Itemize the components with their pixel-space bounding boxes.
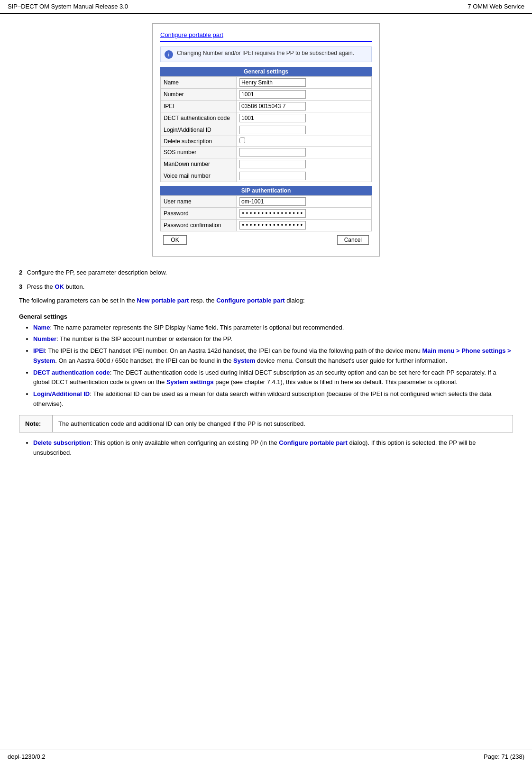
field-value-mandown bbox=[237, 158, 372, 170]
field-value-login-id bbox=[237, 124, 372, 136]
note-label: Note: bbox=[19, 415, 53, 432]
field-label-voicemail: Voice mail number bbox=[161, 170, 237, 182]
table-row: Login/Additional ID bbox=[161, 124, 372, 136]
number-label: Number bbox=[33, 335, 56, 342]
field-value-delete-sub bbox=[237, 136, 372, 147]
system-link: System bbox=[233, 357, 255, 364]
info-icon: i bbox=[165, 50, 173, 59]
sip-auth-table: User name Password Password confirmation bbox=[160, 195, 372, 231]
step-3-text-after: button. bbox=[64, 283, 84, 290]
field-label-username: User name bbox=[161, 196, 237, 208]
field-label-mandown: ManDown number bbox=[161, 158, 237, 170]
field-label-password: Password bbox=[161, 208, 237, 220]
header-left: SIP–DECT OM System Manual Release 3.0 bbox=[8, 3, 128, 10]
step-3-text-before: Press the bbox=[27, 283, 55, 290]
dialog-box: Configure portable part i Changing Numbe… bbox=[152, 23, 380, 257]
login-id-text: : The additional ID can be used as a mea… bbox=[33, 390, 492, 407]
dialog-title: Configure portable part bbox=[160, 31, 372, 42]
voicemail-number-input[interactable] bbox=[239, 172, 306, 180]
field-value-voicemail bbox=[237, 170, 372, 182]
sos-number-input[interactable] bbox=[239, 148, 306, 156]
field-value-number bbox=[237, 89, 372, 101]
field-label-delete-sub: Delete subscription bbox=[161, 136, 237, 147]
footer-left: depl-1230/0.2 bbox=[8, 753, 46, 760]
delete-subscription-checkbox[interactable] bbox=[239, 138, 245, 143]
table-row: Name bbox=[161, 77, 372, 89]
dialog-info-row: i Changing Number and/or IPEI requires t… bbox=[160, 46, 372, 62]
new-portable-part-link: New portable part bbox=[137, 297, 189, 304]
last-bullet-list: Delete subscription: This option is only… bbox=[33, 438, 513, 458]
bullet-list: Name: The name parameter represents the … bbox=[33, 323, 513, 409]
table-row: User name bbox=[161, 196, 372, 208]
note-box: Note: The authentication code and additi… bbox=[19, 415, 513, 433]
general-settings-table: Name Number IPEI DECT authentication cod… bbox=[160, 76, 372, 182]
field-value-name bbox=[237, 77, 372, 89]
note-content: The authentication code and additional I… bbox=[53, 415, 311, 432]
number-input[interactable] bbox=[239, 90, 306, 99]
configure-portable-part-link2: Configure portable part bbox=[279, 439, 347, 446]
password-input[interactable] bbox=[239, 209, 306, 218]
field-label-dect-auth: DECT authentication code bbox=[161, 112, 237, 124]
step-2: 2 Configure the PP, see parameter descri… bbox=[19, 268, 513, 277]
header-right: 7 OMM Web Service bbox=[468, 3, 524, 10]
list-item-number: Number: The number is the SIP account nu… bbox=[33, 334, 513, 344]
table-row: Number bbox=[161, 89, 372, 101]
field-value-ipei bbox=[237, 101, 372, 112]
table-row: Password bbox=[161, 208, 372, 220]
main-content: Configure portable part i Changing Numbe… bbox=[0, 14, 532, 472]
dialog-buttons-row: OK Cancel bbox=[160, 231, 372, 248]
ipei-text2: . On an Aastra 600d / 650c handset, the … bbox=[55, 357, 233, 364]
delete-sub-label: Delete subscription bbox=[33, 439, 91, 446]
ipei-input[interactable] bbox=[239, 102, 306, 110]
step-2-number: 2 bbox=[19, 269, 22, 276]
dect-auth-label: DECT authentication code bbox=[33, 369, 110, 376]
field-label-password-confirm: Password confirmation bbox=[161, 220, 237, 231]
table-row: Password confirmation bbox=[161, 220, 372, 231]
login-id-input[interactable] bbox=[239, 126, 306, 134]
field-label-ipei: IPEI bbox=[161, 101, 237, 112]
table-row: Voice mail number bbox=[161, 170, 372, 182]
step-3-number: 3 bbox=[19, 283, 22, 290]
login-id-label: Login/Additional ID bbox=[33, 390, 90, 397]
description-paragraph: The following parameters can be set in t… bbox=[19, 296, 513, 305]
field-value-password bbox=[237, 208, 372, 220]
field-label-login-id: Login/Additional ID bbox=[161, 124, 237, 136]
sip-auth-section-header: SIP authentication bbox=[160, 186, 372, 195]
dect-auth-input[interactable] bbox=[239, 114, 306, 122]
cancel-button[interactable]: Cancel bbox=[337, 235, 369, 245]
field-value-sos bbox=[237, 147, 372, 158]
general-settings-title: General settings bbox=[19, 313, 513, 320]
system-settings-link: System settings bbox=[166, 378, 214, 386]
step-2-text: Configure the PP, see parameter descript… bbox=[27, 269, 167, 276]
number-text: : The number is the SIP account number o… bbox=[56, 335, 232, 342]
page-header: SIP–DECT OM System Manual Release 3.0 7 … bbox=[0, 0, 532, 14]
mandown-number-input[interactable] bbox=[239, 160, 306, 168]
ipei-text3: device menu. Consult the handset's user … bbox=[255, 357, 447, 364]
dialog-container: Configure portable part i Changing Numbe… bbox=[19, 23, 513, 257]
list-item-name: Name: The name parameter represents the … bbox=[33, 323, 513, 333]
table-row: Delete subscription bbox=[161, 136, 372, 147]
field-label-sos: SOS number bbox=[161, 147, 237, 158]
list-item-dect-auth: DECT authentication code: The DECT authe… bbox=[33, 368, 513, 388]
list-item-delete-sub: Delete subscription: This option is only… bbox=[33, 438, 513, 458]
password-confirm-input[interactable] bbox=[239, 221, 306, 230]
name-input[interactable] bbox=[239, 78, 306, 87]
step-3-ok-link: OK bbox=[55, 283, 64, 290]
configure-portable-part-link: Configure portable part bbox=[216, 297, 284, 304]
delete-sub-text: : This option is only available when con… bbox=[91, 439, 279, 446]
table-row: IPEI bbox=[161, 101, 372, 112]
table-row: ManDown number bbox=[161, 158, 372, 170]
ok-button[interactable]: OK bbox=[163, 235, 187, 245]
dialog-info-text: Changing Number and/or IPEI requires the… bbox=[177, 50, 354, 56]
ipei-text: : The IPEI is the DECT handset IPEI numb… bbox=[45, 347, 422, 354]
footer-right: Page: 71 (238) bbox=[484, 753, 524, 760]
table-row: SOS number bbox=[161, 147, 372, 158]
ipei-label: IPEI bbox=[33, 347, 45, 354]
field-label-number: Number bbox=[161, 89, 237, 101]
field-value-dect-auth bbox=[237, 112, 372, 124]
username-input[interactable] bbox=[239, 197, 306, 206]
general-settings-section-header: General settings bbox=[160, 67, 372, 76]
desc-text-before: The following parameters can be set in t… bbox=[19, 297, 137, 304]
field-value-password-confirm bbox=[237, 220, 372, 231]
dect-auth-text2: page (see chapter 7.4.1), this value is … bbox=[214, 378, 458, 386]
